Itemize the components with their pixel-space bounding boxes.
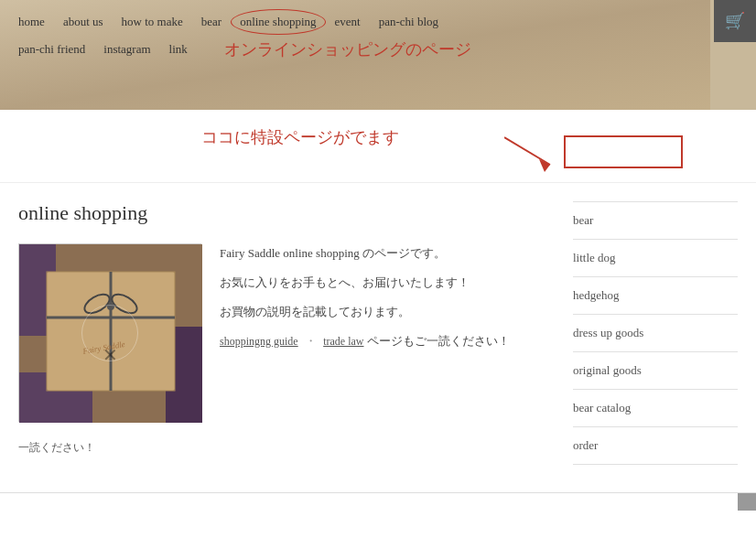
desc-line-3: お買物の説明を記載しております。 <box>220 302 555 322</box>
nav-link[interactable]: link <box>160 38 197 60</box>
sidebar-order[interactable]: order <box>573 427 738 465</box>
bottom-navigation: pan-chi friend instagram link オンラインショッピン… <box>0 35 756 64</box>
sidebar-hedgehog[interactable]: hedgehog <box>573 277 738 315</box>
nav-event[interactable]: event <box>326 9 370 35</box>
right-sidebar: bear little dog hedgehog dress up goods … <box>573 201 738 465</box>
shopping-guide-link[interactable]: shoppingng guide <box>220 335 298 348</box>
link-separator: ・ <box>305 334 317 348</box>
nav-how-to-make[interactable]: how to make <box>113 9 192 35</box>
svg-point-13 <box>107 303 114 310</box>
product-section: Fairy Saddle Fairy Saddle online shoppin… <box>18 243 555 422</box>
sidebar-bear[interactable]: bear <box>573 201 738 240</box>
sidebar-original-goods[interactable]: original goods <box>573 352 738 390</box>
nav-home[interactable]: home <box>9 9 54 35</box>
nav-blog[interactable]: pan-chi blog <box>370 9 448 35</box>
jp-section-title: オンラインショッピングのページ <box>224 38 471 60</box>
nav-about[interactable]: about us <box>54 9 113 35</box>
left-column: online shopping <box>18 201 555 465</box>
nav-online-shopping[interactable]: online shopping <box>231 9 325 35</box>
trade-law-link[interactable]: trade law <box>323 335 363 348</box>
footer-bar <box>0 492 756 511</box>
annotation-section: ココに特設ページがでます <box>0 110 756 183</box>
product-image: Fairy Saddle <box>18 243 201 422</box>
main-content: online shopping <box>0 183 756 483</box>
sidebar-dress-up-goods[interactable]: dress up goods <box>573 315 738 352</box>
page-title: online shopping <box>18 201 555 225</box>
scroll-indicator[interactable] <box>738 493 756 511</box>
sidebar-bear-catalog[interactable]: bear catalog <box>573 390 738 427</box>
sidebar-little-dog[interactable]: little dog <box>573 240 738 277</box>
desc-line-1: Fairy Saddle online shopping のページです。 <box>220 243 555 264</box>
nav-instagram[interactable]: instagram <box>94 38 159 60</box>
product-caption: 一読ください！ <box>18 440 555 456</box>
annotation-arrow <box>504 128 559 174</box>
nav-panchi-friend[interactable]: pan-chi friend <box>9 38 94 60</box>
cart-icon: 🛒 <box>725 11 745 31</box>
nav-bear[interactable]: bear <box>192 9 231 35</box>
top-navigation: home about us how to make bear online sh… <box>0 0 756 35</box>
product-illustration: Fairy Saddle <box>19 244 202 423</box>
annotation-box <box>564 135 683 168</box>
desc-line-2: お気に入りをお手もとへ、お届けいたします！ <box>220 273 555 293</box>
svg-line-0 <box>504 137 550 165</box>
desc-line-4: ページもご一読ください！ <box>367 334 510 348</box>
product-description: Fairy Saddle online shopping のページです。 お気に… <box>220 243 555 422</box>
svg-text:Fairy Saddle: Fairy Saddle <box>81 339 126 356</box>
hero-section: home about us how to make bear online sh… <box>0 0 756 110</box>
annotation-text: ココに特設ページがでます <box>201 126 399 148</box>
product-links: shoppingng guide ・ trade law ページもご一読ください… <box>220 331 555 351</box>
